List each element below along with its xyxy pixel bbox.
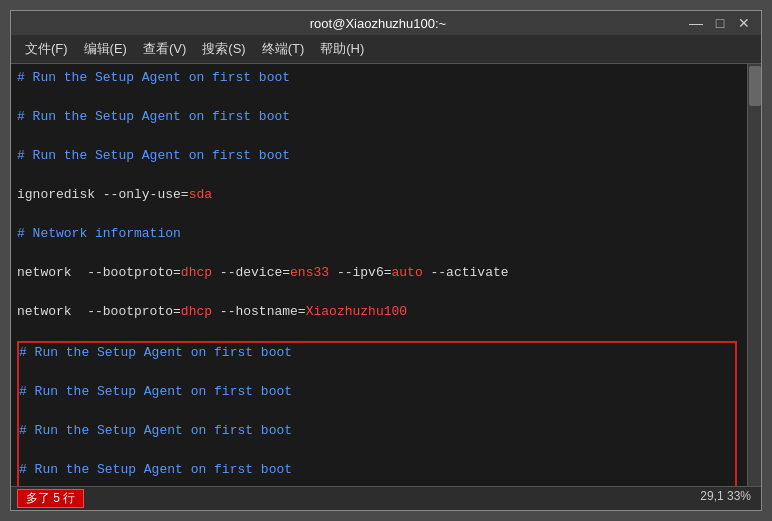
code-line: # Run the Setup Agent on first boot <box>17 107 741 127</box>
code-segment: Xiaozhuzhu100 <box>306 304 407 319</box>
scrollbar[interactable] <box>747 64 761 486</box>
window-controls: — □ ✕ <box>687 15 753 31</box>
highlighted-line: # Run the Setup Agent on first boot <box>19 460 735 480</box>
highlighted-line: # Run the Setup Agent on first boot <box>19 421 735 441</box>
highlighted-line: # Run the Setup Agent on first boot <box>19 382 735 402</box>
scrollbar-thumb[interactable] <box>749 66 761 106</box>
menu-item[interactable]: 终端(T) <box>256 38 311 60</box>
code-line: # Run the Setup Agent on first boot <box>17 68 741 88</box>
code-segment: --ipv6= <box>329 265 391 280</box>
status-bar: 多了 5 行 29,1 33% <box>11 486 761 510</box>
code-line: network --bootproto=dhcp --device=ens33 … <box>17 263 741 283</box>
menu-item[interactable]: 帮助(H) <box>314 38 370 60</box>
title-bar: root@Xiaozhuzhu100:~ — □ ✕ <box>11 11 761 35</box>
minimize-button[interactable]: — <box>687 15 705 31</box>
terminal-window: root@Xiaozhuzhu100:~ — □ ✕ 文件(F)编辑(E)查看(… <box>10 10 762 511</box>
menu-item[interactable]: 文件(F) <box>19 38 74 60</box>
code-segment: ens33 <box>290 265 329 280</box>
menu-item[interactable]: 查看(V) <box>137 38 192 60</box>
maximize-button[interactable]: □ <box>711 15 729 31</box>
highlighted-block: # Run the Setup Agent on first boot# Run… <box>17 341 737 486</box>
code-segment: --hostname= <box>212 304 306 319</box>
window-title: root@Xiaozhuzhu100:~ <box>69 16 687 31</box>
code-segment: dhcp <box>181 265 212 280</box>
code-segment: auto <box>392 265 423 280</box>
editor-content[interactable]: # Run the Setup Agent on first boot# Run… <box>11 64 747 486</box>
code-line: # Run the Setup Agent on first boot <box>17 146 741 166</box>
content-area: # Run the Setup Agent on first boot# Run… <box>11 64 761 486</box>
menu-item[interactable]: 搜索(S) <box>196 38 251 60</box>
highlighted-line: # Run the Setup Agent on first boot <box>19 343 735 363</box>
menu-item[interactable]: 编辑(E) <box>78 38 133 60</box>
menu-bar: 文件(F)编辑(E)查看(V)搜索(S)终端(T)帮助(H) <box>11 35 761 64</box>
code-segment: network --bootproto= <box>17 265 181 280</box>
code-segment: sda <box>189 187 212 202</box>
status-position: 29,1 33% <box>696 489 755 508</box>
code-segment: dhcp <box>181 304 212 319</box>
code-segment: network --bootproto= <box>17 304 181 319</box>
code-segment: --device= <box>212 265 290 280</box>
code-line: # Network information <box>17 224 741 244</box>
close-button[interactable]: ✕ <box>735 15 753 31</box>
code-line: ignoredisk --only-use=sda <box>17 185 741 205</box>
code-line: network --bootproto=dhcp --hostname=Xiao… <box>17 302 741 322</box>
code-segment: ignoredisk --only-use= <box>17 187 189 202</box>
status-message: 多了 5 行 <box>17 489 84 508</box>
code-segment: --activate <box>423 265 509 280</box>
